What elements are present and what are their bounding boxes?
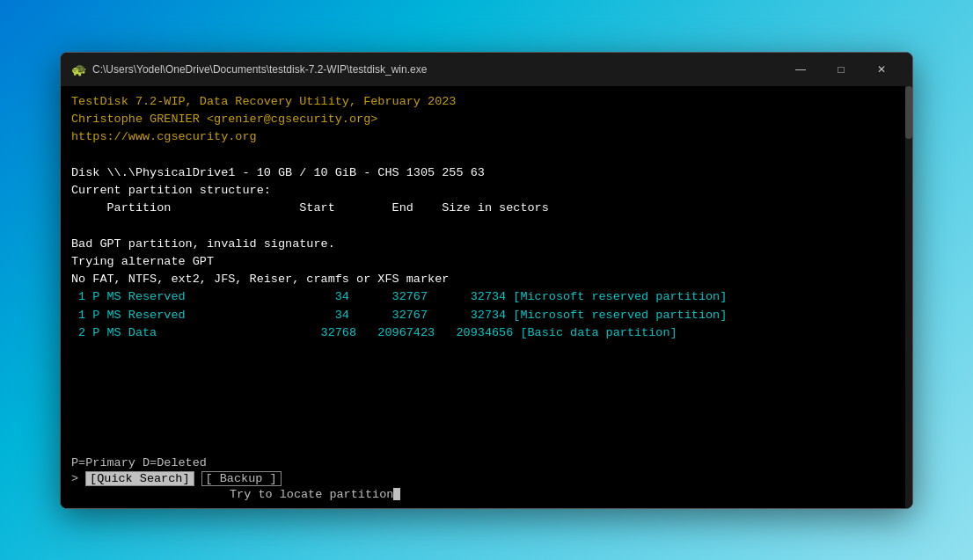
app-icon: 🐢 [71,62,85,76]
blank-line-2 [71,217,902,235]
error-2: Trying alternate GPT [71,253,902,271]
title-bar: 🐢 C:\Users\Yodel\OneDrive\Documents\test… [61,53,912,86]
bottom-bar: P=Primary D=Deleted > [Quick Search] [ B… [61,453,912,508]
maximize-button[interactable]: □ [821,55,861,84]
arrow-indicator: > [71,472,78,485]
window-controls: — □ ✕ [780,55,902,84]
scrollbar[interactable] [905,86,912,508]
partition-1: 1 P MS Reserved 34 32767 32734 [Microsof… [71,288,902,306]
quick-search-button[interactable]: [Quick Search] [85,471,194,486]
title-bar-left: 🐢 C:\Users\Yodel\OneDrive\Documents\test… [71,62,427,76]
action-line: > [Quick Search] [ Backup ] [71,471,902,486]
close-button[interactable]: ✕ [861,55,902,84]
backup-button[interactable]: [ Backup ] [201,471,282,486]
partition-3: 2 P MS Data 32768 20967423 20934656 [Bas… [71,324,902,342]
header-line-3: https://www.cgsecurity.org [71,128,902,146]
legend-text: P=Primary D=Deleted [71,456,207,469]
terminal-window: 🐢 C:\Users\Yodel\OneDrive\Documents\test… [60,52,913,509]
locate-line: Try to locate partition [71,488,902,501]
partition-label: Current partition structure: [71,182,902,200]
minimize-button[interactable]: — [780,55,821,84]
error-3: No FAT, NTFS, ext2, JFS, Reiser, cramfs … [71,271,902,288]
locate-text: Try to locate partition [230,488,393,501]
blank-line-1 [71,146,902,164]
error-1: Bad GPT partition, invalid signature. [71,236,902,253]
window-title: C:\Users\Yodel\OneDrive\Documents\testdi… [92,63,427,76]
legend-line: P=Primary D=Deleted [71,456,902,469]
cursor-blink [393,488,400,500]
header-line-2: Christophe GRENIER <grenier@cgsecurity.o… [71,111,902,128]
scrollbar-thumb[interactable] [905,86,912,139]
header-line-1: TestDisk 7.2-WIP, Data Recovery Utility,… [71,93,902,111]
table-header: Partition Start End Size in sectors [71,200,902,217]
partition-2: 1 P MS Reserved 34 32767 32734 [Microsof… [71,307,902,324]
terminal-body: TestDisk 7.2-WIP, Data Recovery Utility,… [61,86,912,453]
disk-info: Disk \\.\PhysicalDrive1 - 10 GB / 10 GiB… [71,164,902,182]
